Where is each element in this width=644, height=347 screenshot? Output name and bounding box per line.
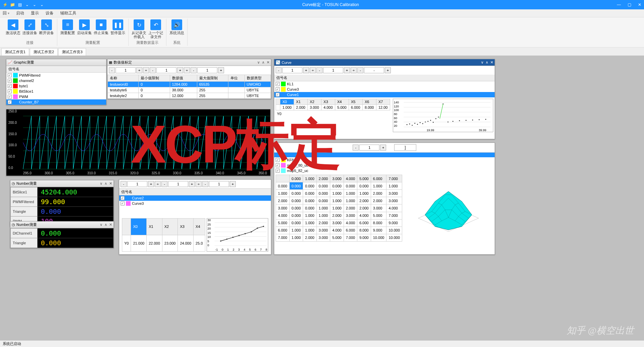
checkbox-icon[interactable]: ✓	[8, 84, 12, 88]
divide-button[interactable]: ÷	[196, 181, 202, 187]
menu-start[interactable]: 启动	[16, 10, 24, 16]
dropdown-icon[interactable]: ⌄	[32, 2, 37, 7]
ribbon-button[interactable]: ■停止采集	[93, 19, 109, 39]
divide-button[interactable]: ÷	[351, 67, 357, 73]
close-icon[interactable]: ✕	[267, 60, 270, 65]
table-row[interactable]: testuword001284.00065535UWORD	[108, 82, 271, 87]
dropdown-icon[interactable]: ⌄	[25, 2, 29, 7]
table-row[interactable]: 1.0000.0000.0000.0001.0001.0001.0002.000…	[276, 190, 402, 197]
folder-icon[interactable]: 📁	[10, 2, 15, 7]
menu-file[interactable]: 回	[3, 10, 9, 16]
step-input[interactable]	[209, 181, 229, 187]
minus-button[interactable]: -	[121, 181, 127, 187]
close-icon[interactable]: ✕	[638, 2, 641, 7]
signal-row[interactable]: ✓BitSlice1	[6, 89, 106, 94]
table-row[interactable]: 4.0000.0001.0001.0002.0003.0004.0005.000…	[276, 212, 402, 219]
plus-button[interactable]: +	[380, 145, 386, 151]
minus-button[interactable]: -	[202, 181, 208, 187]
plus-button[interactable]: +	[189, 181, 195, 187]
checkbox-icon[interactable]: ✓	[8, 73, 12, 77]
plus-button[interactable]: +	[148, 181, 154, 187]
maximize-icon[interactable]: ▢	[628, 2, 631, 7]
checkbox-icon[interactable]: ✓	[276, 87, 280, 91]
checkbox-icon[interactable]: ✓	[8, 79, 12, 83]
plus-button[interactable]: +	[136, 67, 142, 73]
ribbon-button[interactable]: ▶启动采集	[77, 19, 92, 39]
signal-row[interactable]: ✓channel2	[6, 78, 106, 83]
signal-row[interactable]: ✓KL1	[274, 81, 495, 87]
ribbon-button[interactable]: ⤡断开设备	[39, 19, 54, 39]
value-calib-table[interactable]: 名称最小值限制数据值最大值限制单位数据类型 testuword001284.00…	[108, 75, 271, 99]
ribbon-button[interactable]: 🔊系统消息	[169, 19, 185, 39]
checkbox-icon[interactable]: ✓	[276, 163, 280, 167]
step-input[interactable]	[282, 67, 302, 73]
worksheet-tab[interactable]: 测试工作页2	[30, 48, 58, 56]
plus-button[interactable]: +	[303, 67, 309, 73]
menu-display[interactable]: 显示	[31, 10, 39, 16]
signal-row[interactable]: ✓Curve3	[274, 87, 495, 92]
signal-row[interactable]: ✓Counter_B7	[6, 99, 106, 105]
signal-row[interactable]: ✓Curve3	[119, 201, 271, 206]
plus-button[interactable]: +	[385, 67, 391, 73]
signal-row[interactable]: ✓Curve2	[119, 195, 271, 201]
plus-button[interactable]: +	[177, 67, 183, 73]
minus-button[interactable]: -	[109, 67, 115, 73]
curve-xy-table[interactable]: X0X1X2X3X4 Y021.00022.00023.00024.00025.…	[122, 218, 205, 252]
checkbox-icon[interactable]: ✓	[276, 158, 280, 162]
worksheet-tab[interactable]: 测试工作页1	[1, 48, 29, 56]
table-row[interactable]: 0.0000.0000.0000.0000.0000.0000.0001.000…	[276, 182, 402, 190]
dropdown-icon[interactable]: ⌄	[40, 2, 44, 7]
signal-row[interactable]: ✓PWMFiltered	[6, 73, 106, 78]
divide-button[interactable]: ÷	[310, 67, 316, 73]
signal-row[interactable]: ✓KF8	[274, 157, 495, 163]
expand-icon[interactable]: ∧	[486, 60, 488, 65]
ribbon-button[interactable]: ≡测量配置	[60, 19, 75, 39]
plus-button[interactable]: +	[344, 67, 350, 73]
table-row[interactable]: 7.0001.0002.0003.0005.0007.0009.00010.00…	[276, 234, 402, 241]
oscilloscope-chart[interactable]: 250.0200.0150.0100.050.00.0 295.0300.030…	[6, 109, 270, 176]
menu-tools[interactable]: 辅助工具	[60, 10, 76, 16]
checkbox-icon[interactable]: ✓	[121, 201, 125, 205]
checkbox-icon[interactable]: ✓	[8, 100, 12, 104]
minimize-icon[interactable]: —	[617, 2, 621, 7]
table-row[interactable]: testubyte6038.000255UBYTE	[108, 87, 271, 93]
step-input[interactable]	[197, 67, 217, 73]
expand-icon[interactable]: ∧	[262, 60, 265, 65]
ribbon-button[interactable]: ↶上一个记录文件	[148, 19, 163, 39]
ribbon-button[interactable]: ◀激活状态	[5, 19, 21, 39]
step-input[interactable]	[364, 67, 384, 73]
minus-button[interactable]: -	[357, 67, 363, 73]
divide-button[interactable]: ÷	[184, 67, 190, 73]
signal-row[interactable]: ✓map4_80_uc	[274, 163, 495, 168]
table-row[interactable]: 6.0001.0001.0003.0004.0006.0008.0009.000…	[276, 227, 402, 234]
worksheet-tab[interactable]: 测试工作页3	[58, 48, 86, 56]
step-input[interactable]	[168, 181, 188, 187]
checkbox-icon[interactable]: ✓	[276, 82, 280, 86]
minus-button[interactable]: -	[191, 67, 197, 73]
signal-row[interactable]: ✓PWM	[6, 94, 106, 99]
table-row[interactable]: 2.0000.0000.0000.0001.0001.0002.0002.000…	[276, 197, 402, 204]
step-input[interactable]	[156, 67, 176, 73]
signal-row[interactable]: ✓byte1	[6, 83, 106, 89]
map-grid-table[interactable]: 0.0001.0002.0003.0004.0005.0006.0007.000…	[276, 175, 402, 242]
table-row[interactable]: testubyte2012.000255UBYTE	[108, 93, 271, 99]
minus-button[interactable]: -	[316, 67, 323, 73]
collapse-icon[interactable]: ∨	[100, 223, 102, 227]
table-row[interactable]: 5.0000.0001.0002.0003.0004.0006.0008.000…	[276, 219, 402, 227]
expand-icon[interactable]: ∧	[104, 223, 107, 227]
checkbox-icon[interactable]: ✓	[276, 169, 280, 173]
close-icon[interactable]: ✕	[109, 181, 112, 186]
collapse-icon[interactable]: ∨	[257, 60, 260, 65]
checkbox-icon[interactable]: ✓	[121, 196, 125, 200]
minus-button[interactable]: -	[276, 67, 282, 73]
close-icon[interactable]: ✕	[490, 60, 493, 65]
step-input[interactable]	[359, 145, 379, 151]
checkbox-icon[interactable]: ✓	[8, 89, 12, 93]
step-input[interactable]	[116, 67, 136, 73]
ribbon-button[interactable]: ⤢连接设备	[22, 19, 38, 39]
minus-button[interactable]: -	[150, 67, 156, 73]
ribbon-button[interactable]: ❚❚暂停显示	[110, 19, 126, 39]
expand-icon[interactable]: ∧	[104, 181, 107, 186]
signal-row[interactable]: ✓Curve1	[274, 92, 495, 97]
divide-button[interactable]: ÷	[155, 181, 161, 187]
